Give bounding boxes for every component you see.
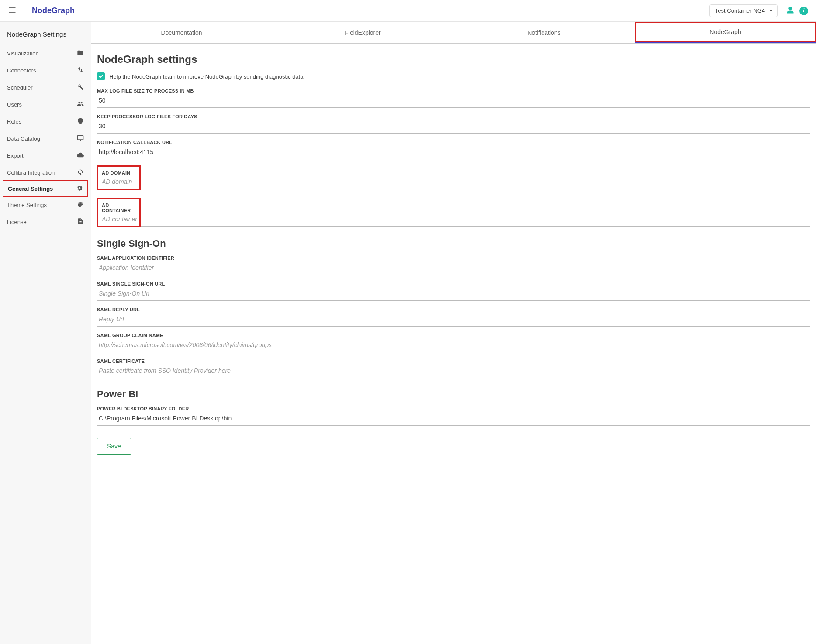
menu-toggle-icon[interactable] xyxy=(5,3,19,19)
saml-signon-url-input[interactable] xyxy=(97,286,810,301)
tab-documentation[interactable]: Documentation xyxy=(91,22,272,43)
sidebar-item-theme-settings[interactable]: Theme Settings xyxy=(0,196,91,214)
sync-icon xyxy=(77,169,84,177)
sidebar-item-connectors[interactable]: Connectors xyxy=(0,62,91,79)
keep-log-input[interactable] xyxy=(97,119,810,134)
sidebar-item-label: Connectors xyxy=(7,67,36,74)
sidebar-item-general-settings[interactable]: General Settings xyxy=(3,180,88,197)
users-icon xyxy=(77,100,84,109)
saml-signon-url-label: SAML SINGLE SIGN-ON URL xyxy=(97,281,810,286)
sidebar-item-label: Export xyxy=(7,152,24,159)
save-button[interactable]: Save xyxy=(97,438,131,455)
ad-container-highlight: AD CONTAINER xyxy=(97,198,141,227)
checkbox-checked-icon[interactable] xyxy=(97,72,105,80)
sidebar-item-label: Users xyxy=(7,101,22,108)
display-icon xyxy=(77,134,84,143)
sidebar-item-license[interactable]: License xyxy=(0,214,91,231)
tab-fieldexplorer[interactable]: FieldExplorer xyxy=(272,22,453,43)
tab-label: FieldExplorer xyxy=(345,29,380,36)
callback-url-label: NOTIFICATION CALLBACK URL xyxy=(97,140,810,145)
sidebar: NodeGraph Settings VisualizationConnecto… xyxy=(0,22,91,644)
ad-domain-input[interactable] xyxy=(102,176,141,186)
main-panel: NodeGraph settings Help the NodeGraph te… xyxy=(91,44,816,468)
logo-text: NodeGraph xyxy=(32,6,75,15)
content-area: DocumentationFieldExplorerNotificationsN… xyxy=(91,22,816,644)
tab-label: NodeGraph xyxy=(709,28,741,35)
sidebar-item-label: Roles xyxy=(7,118,21,125)
ad-domain-label: AD DOMAIN xyxy=(102,170,136,176)
gear-icon xyxy=(76,185,83,193)
saml-app-id-input[interactable] xyxy=(97,261,810,275)
folder-icon xyxy=(77,49,84,58)
sidebar-item-roles[interactable]: Roles xyxy=(0,113,91,130)
tab-notifications[interactable]: Notifications xyxy=(453,22,635,43)
sidebar-item-data-catalog[interactable]: Data Catalog xyxy=(0,130,91,147)
saml-group-claim-input[interactable] xyxy=(97,338,810,352)
shield-icon xyxy=(77,117,84,126)
sidebar-item-label: Theme Settings xyxy=(7,202,47,208)
cloud-icon xyxy=(77,152,84,160)
ad-container-label: AD CONTAINER xyxy=(102,203,136,213)
sidebar-item-export[interactable]: Export xyxy=(0,147,91,164)
saml-group-claim-label: SAML GROUP CLAIM NAME xyxy=(97,333,810,338)
sidebar-title: NodeGraph Settings xyxy=(0,27,91,45)
tab-label: Documentation xyxy=(161,29,202,36)
powerbi-title: Power BI xyxy=(97,389,810,400)
sidebar-item-label: License xyxy=(7,219,27,225)
app-header: NodeGraph Test Container NG4 i xyxy=(0,0,816,22)
wrench-icon xyxy=(77,83,84,92)
sidebar-item-label: Collibra Integration xyxy=(7,169,55,176)
saml-reply-url-label: SAML REPLY URL xyxy=(97,307,810,312)
saml-cert-label: SAML CERTIFICATE xyxy=(97,358,810,364)
sidebar-item-users[interactable]: Users xyxy=(0,96,91,113)
ad-container-input[interactable] xyxy=(102,213,141,224)
saml-reply-url-input[interactable] xyxy=(97,312,810,327)
page-title: NodeGraph settings xyxy=(97,53,810,65)
sidebar-item-collibra-integration[interactable]: Collibra Integration xyxy=(0,164,91,181)
logo[interactable]: NodeGraph xyxy=(24,0,83,22)
keep-log-label: KEEP PROCESSOR LOG FILES FOR DAYS xyxy=(97,114,810,119)
sidebar-item-scheduler[interactable]: Scheduler xyxy=(0,79,91,96)
powerbi-folder-label: POWER BI DESKTOP BINARY FOLDER xyxy=(97,406,810,411)
saml-app-id-label: SAML APPLICATION IDENTIFIER xyxy=(97,255,810,261)
user-icon[interactable] xyxy=(786,6,794,16)
tab-label: Notifications xyxy=(527,29,560,36)
sso-title: Single Sign-On xyxy=(97,238,810,249)
ad-container-row: AD CONTAINER xyxy=(97,192,810,227)
tab-nodegraph[interactable]: NodeGraph xyxy=(635,22,816,43)
palette-icon xyxy=(77,201,84,209)
ad-domain-highlight: AD DOMAIN xyxy=(97,165,141,190)
sidebar-item-label: Data Catalog xyxy=(7,135,40,142)
ad-domain-row: AD DOMAIN xyxy=(97,159,810,190)
container-select-label: Test Container NG4 xyxy=(715,7,765,14)
sidebar-item-label: Visualization xyxy=(7,50,39,57)
max-log-label: MAX LOG FILE SIZE TO PROCESS IN MB xyxy=(97,88,810,93)
max-log-input[interactable] xyxy=(97,93,810,108)
info-icon[interactable]: i xyxy=(799,6,808,15)
sidebar-item-label: Scheduler xyxy=(7,84,33,91)
swap-icon xyxy=(77,66,84,75)
callback-url-input[interactable] xyxy=(97,145,810,159)
diagnostic-checkbox-row[interactable]: Help the NodeGraph team to improve NodeG… xyxy=(97,72,810,80)
file-icon xyxy=(77,218,84,226)
sidebar-item-label: General Settings xyxy=(8,186,53,192)
saml-cert-input[interactable] xyxy=(97,364,810,378)
sidebar-item-visualization[interactable]: Visualization xyxy=(0,45,91,62)
container-select[interactable]: Test Container NG4 xyxy=(709,4,778,17)
tabs: DocumentationFieldExplorerNotificationsN… xyxy=(91,22,816,44)
powerbi-folder-input[interactable] xyxy=(97,411,810,426)
diagnostic-checkbox-label: Help the NodeGraph team to improve NodeG… xyxy=(109,73,303,80)
